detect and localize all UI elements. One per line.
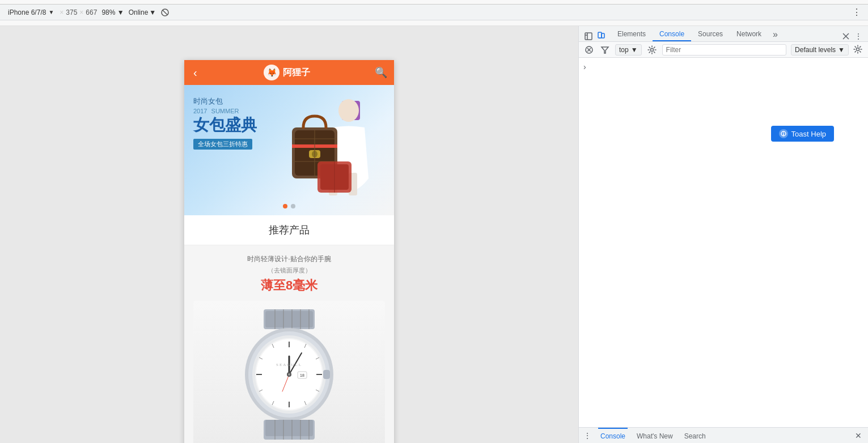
search-button[interactable]: 🔍 bbox=[375, 66, 387, 79]
devtools-tab-icons: ⋮ bbox=[841, 31, 863, 41]
mobile-frame: ‹ 🦊 阿狸子 🔍 时尚女包 2017 SUMMER 女包盛典 全场女包 bbox=[184, 60, 394, 443]
context-selector[interactable]: top ▼ bbox=[615, 44, 642, 56]
devtools-more-button[interactable]: ⋮ bbox=[853, 31, 863, 41]
device-name: iPhone 6/7/8 bbox=[8, 8, 46, 16]
devtools-tabs: Elements Console Sources Network » bbox=[579, 26, 868, 42]
bottom-tab-console[interactable]: Console bbox=[598, 428, 628, 443]
banner-image bbox=[281, 85, 394, 215]
devtools-close-button[interactable] bbox=[841, 31, 851, 41]
section-title: 推荐产品 bbox=[184, 215, 394, 245]
bottom-tab-search[interactable]: Search bbox=[682, 428, 708, 443]
tab-console[interactable]: Console bbox=[653, 28, 691, 41]
toast-label: Toast Help bbox=[791, 130, 826, 138]
watch-image: 18 bbox=[193, 301, 385, 443]
watch-illustration: 18 bbox=[210, 306, 369, 442]
toast-icon bbox=[779, 129, 788, 138]
devtools-toolbar: top ▼ Default levels ▼ bbox=[579, 42, 868, 58]
svg-rect-59 bbox=[598, 32, 602, 38]
svg-point-68 bbox=[650, 48, 653, 51]
separator-x: × bbox=[79, 8, 83, 16]
app-title-text: 阿狸子 bbox=[283, 67, 310, 79]
svg-text:18: 18 bbox=[300, 373, 304, 377]
svg-rect-56 bbox=[585, 33, 592, 40]
zoom-selector[interactable]: 98% ▼ bbox=[101, 8, 124, 16]
tabs-more-button[interactable]: » bbox=[768, 28, 782, 41]
dot-1 bbox=[283, 204, 287, 208]
topbar-more-button[interactable]: ⋮ bbox=[850, 7, 863, 18]
drawer-close-button[interactable]: ✕ bbox=[853, 431, 863, 441]
svg-marker-67 bbox=[602, 47, 608, 53]
banner: 时尚女包 2017 SUMMER 女包盛典 全场女包三折特惠 狂欢 来袭 bbox=[184, 85, 394, 215]
product-note: （去镜面厚度） bbox=[193, 266, 385, 275]
product-main-text: 薄至8毫米 bbox=[193, 277, 385, 294]
svg-line-1 bbox=[163, 10, 167, 15]
svg-point-2 bbox=[338, 99, 359, 122]
devtools-panel: Elements Console Sources Network » bbox=[578, 26, 868, 443]
ruler-row-2 bbox=[0, 20, 868, 26]
main-area: ‹ 🦊 阿狸子 🔍 时尚女包 2017 SUMMER 女包盛典 全场女包 bbox=[0, 26, 868, 443]
console-settings-button[interactable] bbox=[646, 44, 658, 56]
tab-network[interactable]: Network bbox=[730, 28, 768, 41]
banner-subtitle: 全场女包三折特惠 bbox=[193, 139, 252, 150]
svg-rect-60 bbox=[602, 33, 604, 38]
product-subtitle: 时尚轻薄设计·贴合你的手腕 bbox=[193, 254, 385, 264]
levels-arrow: ▼ bbox=[838, 46, 845, 54]
toggle-device-icon[interactable] bbox=[596, 31, 606, 41]
toast-help-button[interactable]: Toast Help bbox=[771, 126, 834, 142]
filter-toggle-button[interactable] bbox=[599, 44, 611, 56]
bottom-tab-whats-new[interactable]: What's New bbox=[634, 428, 675, 443]
viewport-height: 667 bbox=[86, 8, 97, 16]
app-header: ‹ 🦊 阿狸子 🔍 bbox=[184, 60, 394, 85]
separator-1: × bbox=[60, 8, 63, 16]
device-arrow: ▼ bbox=[48, 9, 54, 15]
devtools-console: › Toast Help bbox=[579, 58, 868, 427]
tab-sources[interactable]: Sources bbox=[691, 28, 730, 41]
no-throttle-icon[interactable] bbox=[160, 8, 170, 17]
svg-point-69 bbox=[857, 48, 859, 50]
app-logo: 🦊 bbox=[264, 65, 280, 80]
banner-text: 时尚女包 2017 SUMMER 女包盛典 全场女包三折特惠 bbox=[193, 96, 257, 150]
ruler-strip bbox=[0, 0, 868, 5]
svg-rect-17 bbox=[265, 311, 313, 327]
app-title-area: 🦊 阿狸子 bbox=[264, 65, 310, 80]
banner-illustration bbox=[286, 93, 388, 207]
devtools-bottom-bar: ⋮ Console What's New Search ✕ bbox=[579, 427, 868, 443]
online-selector[interactable]: Online ▼ bbox=[129, 8, 156, 16]
device-toolbar: iPhone 6/7/8 ▼ × 375 × 667 98% ▼ Online … bbox=[0, 5, 868, 20]
dot-2 bbox=[291, 204, 295, 208]
console-arrow[interactable]: › bbox=[583, 62, 586, 71]
banner-dots bbox=[283, 204, 295, 208]
device-selector[interactable]: iPhone 6/7/8 ▼ bbox=[5, 7, 57, 18]
svg-rect-49 bbox=[265, 420, 313, 436]
svg-point-71 bbox=[783, 132, 784, 133]
tab-elements[interactable]: Elements bbox=[611, 28, 653, 41]
bottom-more-button[interactable]: ⋮ bbox=[583, 431, 591, 440]
preview-area: ‹ 🦊 阿狸子 🔍 时尚女包 2017 SUMMER 女包盛典 全场女包 bbox=[0, 26, 578, 443]
gear-button[interactable] bbox=[853, 45, 863, 55]
svg-rect-28 bbox=[323, 370, 330, 379]
clear-console-button[interactable] bbox=[583, 44, 595, 56]
product-section: 时尚轻薄设计·贴合你的手腕 （去镜面厚度） 薄至8毫米 bbox=[184, 245, 394, 443]
filter-input[interactable] bbox=[662, 44, 786, 56]
svg-point-47 bbox=[288, 373, 290, 376]
svg-text:SEAGULL: SEAGULL bbox=[276, 363, 302, 367]
banner-small-title: 时尚女包 bbox=[193, 96, 257, 107]
inspect-icon[interactable] bbox=[583, 31, 594, 41]
back-button[interactable]: ‹ bbox=[191, 64, 200, 82]
levels-selector[interactable]: Default levels ▼ bbox=[791, 44, 849, 56]
banner-main-title: 女包盛典 bbox=[193, 117, 257, 134]
banner-year: 2017 SUMMER bbox=[193, 108, 257, 114]
viewport-width: 375 bbox=[66, 8, 77, 16]
context-arrow: ▼ bbox=[631, 46, 638, 54]
